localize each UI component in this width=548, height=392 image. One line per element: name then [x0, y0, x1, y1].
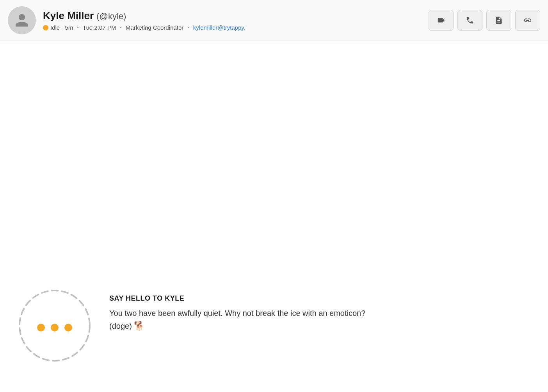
- user-info: Kyle Miller (@kyle) Idle - 5m • Tue 2:07…: [43, 10, 429, 31]
- video-call-button[interactable]: [429, 10, 454, 31]
- notes-icon: [495, 16, 503, 25]
- doge-emoji: 🐕: [134, 321, 144, 331]
- welcome-block: SAY HELLO TO KYLE You two have been awfu…: [16, 287, 532, 365]
- welcome-title: SAY HELLO TO KYLE: [109, 294, 383, 303]
- header-actions: [429, 10, 540, 31]
- user-email[interactable]: kylemiller@trytappy.: [193, 24, 246, 31]
- avatar: [8, 6, 36, 34]
- notes-button[interactable]: [486, 10, 511, 31]
- idle-indicator: Idle - 5m: [43, 24, 73, 31]
- link-icon: [523, 16, 532, 25]
- idle-dot: [43, 25, 48, 30]
- svg-point-1: [37, 324, 45, 331]
- phone-call-button[interactable]: [457, 10, 482, 31]
- header: Kyle Miller (@kyle) Idle - 5m • Tue 2:07…: [0, 0, 548, 41]
- svg-point-3: [64, 324, 72, 331]
- video-icon: [437, 16, 445, 25]
- user-name: Kyle Miller (@kyle): [43, 10, 429, 22]
- welcome-description: You two have been awfully quiet. Why not…: [109, 307, 383, 333]
- dashed-circle: [16, 287, 94, 365]
- user-meta: Idle - 5m • Tue 2:07 PM • Marketing Coor…: [43, 24, 429, 31]
- svg-point-2: [51, 324, 59, 331]
- chat-container: Kyle Miller (@kyle) Idle - 5m • Tue 2:07…: [0, 0, 548, 392]
- phone-icon: [466, 16, 474, 25]
- welcome-text: SAY HELLO TO KYLE You two have been awfu…: [109, 287, 383, 333]
- chat-body: SAY HELLO TO KYLE You two have been awfu…: [0, 41, 548, 392]
- link-button[interactable]: [515, 10, 540, 31]
